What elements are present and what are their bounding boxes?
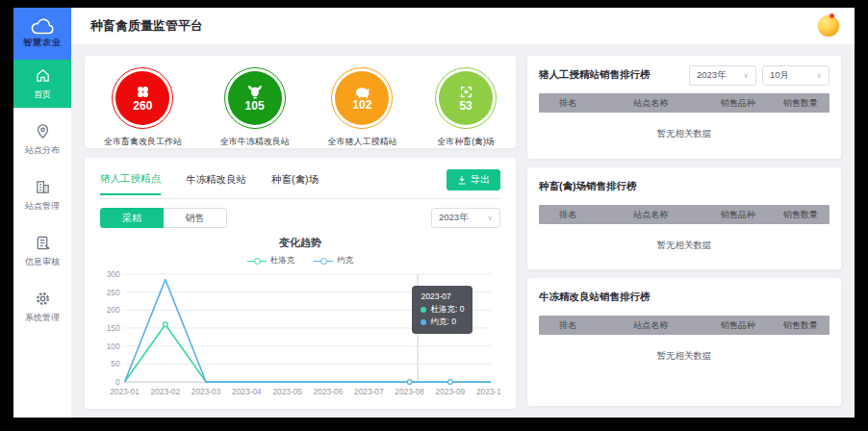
sidebar-item-site-management[interactable]: 站点管理 (13, 171, 71, 219)
svg-text:2023-01: 2023-01 (110, 387, 140, 396)
stat-breeding-farms: 53 全市种畜(禽)场 (435, 67, 497, 148)
rank-table-header: 排名 站点名称 销售品种 销售数量 (539, 93, 830, 113)
toggle-sales[interactable]: 销售 (164, 208, 227, 228)
tab-pig-insemination[interactable]: 猪人工授精点 (100, 172, 161, 195)
svg-text:2023-03: 2023-03 (191, 387, 221, 396)
empty-state: 暂无相关数据 (539, 335, 830, 372)
rank-panel-pig-insemination: 猪人工授精站销售排行榜 2023年 ∨ 10月 ∨ 排名 站点名 (527, 56, 841, 159)
gear-icon (35, 291, 51, 307)
chart-title: 变化趋势 (100, 236, 500, 250)
svg-text:150: 150 (107, 323, 120, 333)
sidebar-item-label: 站点分布 (25, 144, 60, 157)
chart-tooltip: 2023-07 杜洛克: 0 约克: 0 (412, 286, 472, 334)
legend-line-marker (314, 258, 333, 264)
trend-chart-card: 猪人工授精点 牛冻精改良站 种畜(禽)场 导出 采精 销售 (85, 158, 516, 409)
svg-text:0: 0 (115, 377, 120, 387)
stat-label: 全市牛冻精改良站 (220, 136, 290, 148)
tooltip-dot-blue (421, 319, 426, 325)
svg-text:2023-07: 2023-07 (354, 387, 384, 396)
chart-tabs: 猪人工授精点 牛冻精改良站 种畜(禽)场 导出 (100, 165, 500, 199)
clover-icon (136, 85, 150, 99)
stat-pig-insemination-stations: 102 全市猪人工授精站 (327, 67, 396, 148)
export-button[interactable]: 导出 (447, 169, 500, 190)
rank-panel-title: 牛冻精改良站销售排行榜 (539, 291, 651, 304)
building-icon (35, 179, 51, 195)
svg-text:2023-10: 2023-10 (476, 387, 500, 396)
rank-month-select[interactable]: 10月 ∨ (762, 65, 830, 86)
svg-text:2023-04: 2023-04 (232, 387, 262, 396)
sidebar-item-label: 信息审核 (25, 256, 60, 268)
legend-yorkshire[interactable]: 约克 (314, 255, 353, 266)
location-pin-icon (35, 123, 51, 139)
metric-toggle: 采精 销售 (100, 208, 227, 228)
empty-state: 暂无相关数据 (539, 113, 830, 150)
app-window: 智慧农业 首页 站点分布 站点管理 (13, 8, 855, 418)
sidebar-item-label: 首页 (34, 89, 51, 101)
tab-cattle-frozen-semen[interactable]: 牛冻精改良站 (186, 173, 246, 194)
stat-improvement-workstations: 260 全市畜禽改良工作站 (104, 67, 182, 148)
left-column: 260 全市畜禽改良工作站 105 全市牛冻精改良站 (85, 56, 516, 406)
rank-year-select[interactable]: 2023年 ∨ (689, 65, 756, 86)
rank-table-header: 排名 站点名称 销售品种 销售数量 (539, 316, 830, 335)
right-column: 猪人工授精站销售排行榜 2023年 ∨ 10月 ∨ 排名 站点名 (527, 56, 841, 406)
rank-panel-breeding-farm: 种畜(禽)场销售排行榜 排名 站点名称 销售品种 销售数量 暂无相关数据 (527, 167, 841, 269)
audit-document-icon (35, 235, 51, 251)
tooltip-value: 约克: 0 (430, 316, 455, 328)
stat-cattle-frozen-semen-stations: 105 全市牛冻精改良站 (220, 67, 290, 148)
chevron-down-icon: ∨ (816, 71, 822, 80)
svg-text:2023-08: 2023-08 (395, 387, 424, 396)
svg-text:2023-02: 2023-02 (151, 387, 181, 396)
sidebar-item-label: 系统管理 (25, 312, 60, 324)
stat-value: 260 (133, 100, 152, 112)
empty-state: 暂无相关数据 (539, 224, 830, 262)
stat-label: 全市种畜(禽)场 (437, 136, 495, 148)
cloud-icon (31, 18, 54, 35)
sidebar-item-home[interactable]: 首页 (13, 60, 71, 108)
trend-chart: 变化趋势 杜洛克 约克 0501001502002503002023-01202… (100, 236, 500, 403)
chart-legend: 杜洛克 约克 (100, 255, 500, 266)
chevron-down-icon: ∨ (487, 214, 493, 222)
svg-text:2023-09: 2023-09 (436, 387, 466, 396)
sidebar-item-site-distribution[interactable]: 站点分布 (13, 115, 71, 164)
chart-year-select[interactable]: 2023年 ∨ (431, 208, 500, 228)
logo-text: 智慧农业 (23, 37, 62, 49)
tooltip-date: 2023-07 (421, 291, 464, 303)
svg-text:100: 100 (107, 342, 120, 351)
svg-text:200: 200 (107, 305, 120, 315)
export-label: 导出 (471, 173, 490, 187)
svg-text:250: 250 (107, 288, 120, 297)
chart-controls: 采精 销售 2023年 ∨ (100, 208, 500, 228)
rank-panel-cattle-frozen-semen: 牛冻精改良站销售排行榜 排名 站点名称 销售品种 销售数量 暂无相关数据 (527, 278, 841, 406)
stat-value: 53 (459, 100, 472, 112)
svg-text:300: 300 (107, 269, 120, 279)
stat-value: 105 (245, 100, 265, 112)
bull-icon (247, 85, 263, 99)
home-icon (35, 67, 51, 84)
tooltip-dot-green (421, 307, 426, 313)
stats-card: 260 全市畜禽改良工作站 105 全市牛冻精改良站 (85, 56, 516, 148)
sidebar-item-system-management[interactable]: 系统管理 (13, 283, 71, 331)
chevron-down-icon: ∨ (743, 71, 749, 80)
stat-value: 102 (352, 99, 371, 111)
page-title: 种畜禽质量监管平台 (90, 17, 203, 35)
toggle-collection[interactable]: 采精 (100, 208, 164, 228)
scan-focus-icon (459, 85, 473, 99)
svg-text:50: 50 (111, 359, 120, 368)
main-content: 260 全市畜禽改良工作站 105 全市牛冻精改良站 (71, 44, 855, 418)
sidebar-item-info-audit[interactable]: 信息审核 (13, 227, 71, 275)
svg-text:2023-05: 2023-05 (272, 387, 302, 396)
rank-panel-title: 猪人工授精站销售排行榜 (539, 68, 651, 82)
top-header: 种畜禽质量监管平台 (71, 8, 855, 44)
sidebar: 智慧农业 首页 站点分布 站点管理 (13, 8, 71, 418)
sidebar-item-label: 站点管理 (25, 200, 60, 213)
legend-line-marker (247, 258, 267, 264)
stat-label: 全市猪人工授精站 (327, 136, 396, 148)
chart-year-value: 2023年 (439, 212, 469, 224)
tab-breeding-farm[interactable]: 种畜(禽)场 (271, 173, 319, 194)
svg-text:2023-06: 2023-06 (314, 387, 344, 396)
user-avatar[interactable] (818, 15, 839, 37)
rank-panel-title: 种畜(禽)场销售排行榜 (539, 180, 637, 193)
app-logo: 智慧农业 (13, 8, 71, 60)
legend-duroc[interactable]: 杜洛克 (247, 255, 295, 266)
pig-icon (354, 86, 370, 98)
